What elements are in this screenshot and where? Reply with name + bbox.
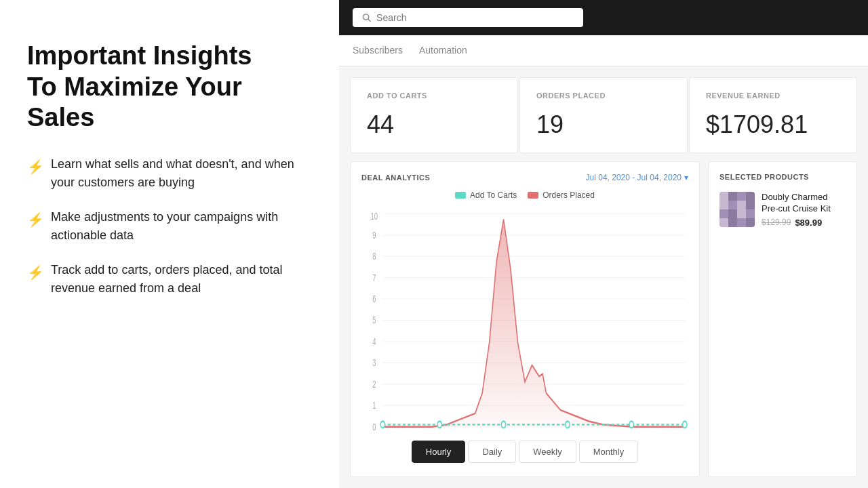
svg-text:2: 2 [372,379,376,390]
legend-item-carts: Add To Carts [455,190,517,200]
product-info: Doubly Charmed Pre-cut Cruise Kit $129.9… [762,192,846,228]
bolt-icon-3: ⚡ [27,262,44,283]
bolt-icon-2: ⚡ [27,209,44,230]
time-btn-daily[interactable]: Daily [468,441,516,463]
selected-products-card: SELECTED PRODUCTS Doubly Charmed Pre-cut… [708,161,857,477]
time-btn-hourly[interactable]: Hourly [412,441,466,463]
tab-automation[interactable]: Automation [419,37,467,65]
svg-point-30 [683,421,687,428]
legend-item-orders: Orders Placed [528,190,595,200]
stat-value-revenue: $1709.81 [706,110,840,139]
chart-area: 0 1 2 3 4 5 6 7 8 9 10 [361,208,688,432]
svg-text:0: 0 [372,422,376,432]
bolt-icon-1: ⚡ [27,157,44,177]
time-btn-monthly[interactable]: Monthly [579,441,639,463]
stat-label-orders: ORDERS PLACED [536,92,671,100]
svg-point-29 [629,421,633,428]
search-bar[interactable] [353,8,583,27]
feature-item-3: ⚡ Track add to carts, orders placed, and… [27,261,312,298]
svg-text:10: 10 [371,210,378,222]
legend-label-carts: Add To Carts [470,190,517,200]
svg-point-28 [566,421,570,428]
feature-text-2: Make adjustments to your campaigns with … [51,208,312,245]
feature-text-3: Track add to carts, orders placed, and t… [51,261,312,298]
search-input[interactable] [376,12,574,23]
price-original: $129.99 [762,218,791,227]
tab-subscribers[interactable]: Subscribers [353,37,403,65]
product-item: Doubly Charmed Pre-cut Cruise Kit $129.9… [719,192,846,228]
legend-color-carts [455,192,466,199]
svg-text:6: 6 [372,293,376,305]
svg-text:1: 1 [372,400,376,411]
time-filters: Hourly Daily Weekly Monthly [361,432,688,466]
main-content: DEAL ANALYTICS Jul 04, 2020 - Jul 04, 20… [339,153,868,488]
svg-text:7: 7 [372,272,376,283]
feature-item-1: ⚡ Learn what sells and what doesn't, and… [27,155,312,192]
product-name: Doubly Charmed Pre-cut Cruise Kit [762,192,846,215]
tabs-bar: Subscribers Automation [339,35,868,66]
stat-card-carts: ADD TO CARTS 44 [350,77,518,153]
chart-card: DEAL ANALYTICS Jul 04, 2020 - Jul 04, 20… [350,161,700,477]
products-title: SELECTED PRODUCTS [719,173,846,181]
stat-label-revenue: REVENUE EARNED [706,92,840,100]
search-icon [362,13,371,22]
stat-value-carts: 44 [367,110,501,139]
feature-text-1: Learn what sells and what doesn't, and w… [51,155,312,192]
left-panel: Important Insights To Maximize Your Sale… [0,0,339,488]
svg-text:5: 5 [372,314,376,326]
date-range[interactable]: Jul 04, 2020 - Jul 04, 2020 ▾ [586,173,688,182]
svg-text:8: 8 [372,251,376,262]
svg-text:3: 3 [372,357,376,369]
product-prices: $129.99 $89.99 [762,218,846,228]
price-sale: $89.99 [795,218,822,228]
top-nav [339,0,868,35]
stat-card-revenue: REVENUE EARNED $1709.81 [689,77,857,153]
chevron-down-icon: ▾ [684,173,688,182]
main-title: Important Insights To Maximize Your Sale… [27,41,312,134]
svg-point-25 [380,421,384,428]
time-btn-weekly[interactable]: Weekly [519,441,576,463]
svg-text:4: 4 [372,336,376,348]
svg-text:9: 9 [372,230,376,241]
stat-value-orders: 19 [536,110,671,139]
legend-color-orders [528,192,538,199]
chart-title: DEAL ANALYTICS [361,174,430,182]
chart-svg: 0 1 2 3 4 5 6 7 8 9 10 [361,208,688,432]
svg-line-1 [368,19,370,21]
product-thumbnail [719,192,755,227]
chart-legend: Add To Carts Orders Placed [361,190,688,200]
stat-label-carts: ADD TO CARTS [367,92,501,100]
svg-marker-24 [382,220,684,427]
right-panel: Subscribers Automation ADD TO CARTS 44 O… [339,0,868,488]
legend-label-orders: Orders Placed [542,190,595,200]
chart-header: DEAL ANALYTICS Jul 04, 2020 - Jul 04, 20… [361,173,688,182]
svg-point-26 [437,421,441,428]
stats-row: ADD TO CARTS 44 ORDERS PLACED 19 REVENUE… [339,66,868,153]
stat-card-orders: ORDERS PLACED 19 [519,77,688,153]
svg-point-27 [501,421,505,428]
feature-item-2: ⚡ Make adjustments to your campaigns wit… [27,208,312,245]
